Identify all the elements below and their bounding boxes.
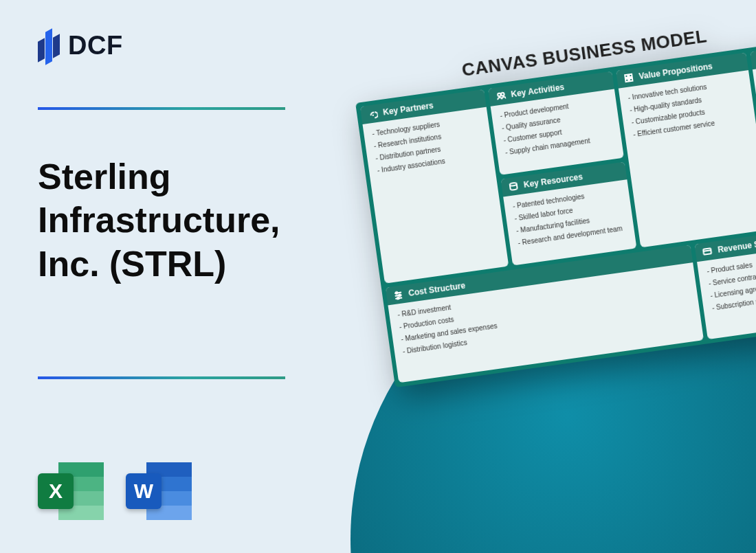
excel-icon: X bbox=[38, 458, 104, 524]
block-key-activities: Key Activities Product development Quali… bbox=[488, 71, 624, 175]
block-key-partners: Key Partners Technology suppliers Resear… bbox=[360, 89, 509, 284]
grid-icon bbox=[623, 73, 634, 84]
svg-point-1 bbox=[501, 93, 504, 96]
page-title: Sterling Infrastructure, Inc. (STRL) bbox=[38, 155, 326, 286]
canvas-preview: CANVAS BUSINESS MODEL Key Partners Techn… bbox=[351, 10, 756, 387]
excel-badge: X bbox=[38, 473, 74, 509]
block-label: Revenue S bbox=[717, 239, 756, 254]
svg-rect-3 bbox=[625, 75, 628, 78]
users-icon bbox=[496, 91, 507, 102]
brand-logo: DCF bbox=[38, 26, 123, 65]
svg-point-2 bbox=[510, 183, 517, 186]
link-icon bbox=[368, 109, 379, 120]
sliders-icon bbox=[393, 289, 404, 300]
word-icon: W bbox=[126, 458, 192, 524]
svg-point-0 bbox=[498, 93, 501, 96]
svg-rect-5 bbox=[625, 79, 629, 82]
svg-rect-6 bbox=[630, 78, 633, 82]
block-key-resources: Key Resources Patented technologies Skil… bbox=[501, 161, 637, 265]
card-icon bbox=[702, 246, 713, 257]
canvas-board: Key Partners Technology suppliers Resear… bbox=[355, 38, 756, 388]
svg-rect-4 bbox=[629, 74, 632, 78]
file-format-icons: X W bbox=[38, 458, 192, 524]
database-icon bbox=[508, 181, 519, 192]
logo-text: DCF bbox=[68, 31, 123, 60]
divider-bottom bbox=[38, 376, 285, 379]
logo-mark-icon bbox=[38, 26, 61, 65]
block-value-propositions: Value Propositions Innovative tech solut… bbox=[616, 52, 756, 247]
divider-top bbox=[38, 107, 285, 110]
word-badge: W bbox=[126, 473, 162, 509]
block-revenue-streams-partial: Revenue S Product sales Service contract… bbox=[695, 224, 756, 339]
promo-card: DCF Sterling Infrastructure, Inc. (STRL)… bbox=[0, 0, 756, 553]
